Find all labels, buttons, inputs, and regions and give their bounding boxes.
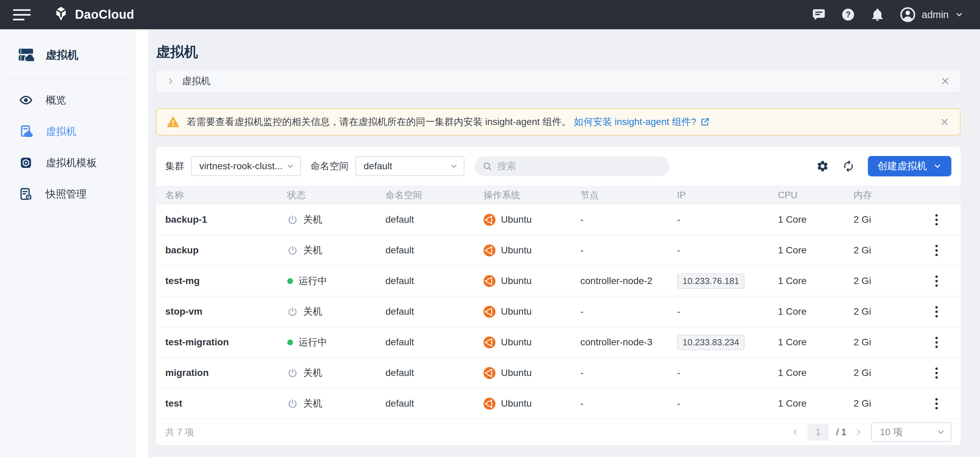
breadcrumb-item[interactable]: 虚拟机 [182, 75, 211, 87]
vm-ip: - [677, 367, 778, 378]
table-row[interactable]: backup 关机 default Ubuntu - - 1 Core [156, 235, 961, 266]
pagination: / 1 10 项 [791, 422, 951, 442]
svg-text:?: ? [846, 10, 851, 19]
sidebar-item-vms[interactable]: 虚拟机 [0, 116, 135, 147]
alert-close-icon[interactable] [939, 117, 950, 127]
content-area: 虚拟机 虚拟机 若需要查看虚拟机监控的相关信息，请在虚拟机所在的同一集群内安装 … [148, 29, 980, 457]
template-badge-icon [19, 156, 33, 170]
table-row[interactable]: stop-vm 关机 default Ubuntu - - 1 Core [156, 297, 961, 327]
external-link-icon[interactable] [700, 117, 710, 127]
chevron-right-icon[interactable] [854, 427, 864, 437]
table-row[interactable]: test 关机 default Ubuntu - - 1 Core [156, 389, 961, 419]
power-icon [287, 368, 298, 378]
ubuntu-icon [484, 306, 495, 318]
status-text: 关机 [303, 397, 322, 410]
vm-name[interactable]: test [165, 398, 287, 409]
sidebar-item-vm-templates[interactable]: 虚拟机模板 [0, 147, 135, 178]
top-navbar: DaoCloud ? admin [0, 0, 980, 29]
power-icon [287, 306, 298, 317]
sidebar: 虚拟机 概览 虚拟机 虚拟机模板 快照管理 [0, 29, 135, 457]
kebab-menu-icon[interactable] [933, 365, 940, 381]
table-header: 名称 状态 命名空间 操作系统 节点 IP CPU 内存 [156, 186, 961, 205]
vm-status: 运行中 [287, 336, 385, 349]
user-menu[interactable]: admin [900, 7, 964, 22]
vm-name[interactable]: test-migration [165, 337, 287, 348]
page-size-select[interactable]: 10 项 [871, 422, 951, 442]
col-node: 节点 [580, 189, 677, 201]
col-memory: 内存 [854, 189, 918, 201]
vm-node: controller-node-2 [580, 276, 677, 286]
help-icon[interactable]: ? [841, 8, 855, 21]
kebab-menu-icon[interactable] [933, 243, 940, 258]
kebab-menu-icon[interactable] [933, 304, 940, 319]
vm-namespace: default [385, 245, 484, 256]
os-name: Ubuntu [501, 245, 531, 256]
chat-icon[interactable] [812, 8, 826, 21]
chevron-right-icon[interactable] [166, 77, 175, 86]
vm-node: controller-node-3 [580, 337, 677, 348]
vm-name[interactable]: backup [165, 245, 287, 256]
gear-icon[interactable] [816, 160, 829, 173]
sidebar-item-label: 快照管理 [46, 187, 87, 201]
os-name: Ubuntu [501, 214, 531, 225]
table-row[interactable]: backup-1 关机 default Ubuntu - - 1 Cor [156, 205, 961, 235]
vm-namespace: default [385, 306, 484, 317]
status-text: 关机 [303, 367, 322, 379]
kebab-menu-icon[interactable] [933, 273, 940, 289]
sidebar-item-overview[interactable]: 概览 [0, 84, 135, 116]
install-guide-link[interactable]: 如何安装 insight-agent 组件? [574, 116, 696, 129]
power-icon [287, 214, 298, 225]
search-input[interactable] [497, 161, 665, 171]
status-text: 关机 [303, 244, 322, 257]
vm-os: Ubuntu [484, 275, 580, 287]
kebab-menu-icon[interactable] [933, 212, 940, 227]
sidebar-module-header[interactable]: 虚拟机 [0, 39, 135, 71]
cluster-select[interactable]: virtnest-rook-clust... [191, 156, 301, 176]
vm-memory: 2 Gi [854, 398, 918, 409]
vm-name[interactable]: backup-1 [165, 214, 287, 225]
namespace-select[interactable]: default [355, 156, 465, 176]
col-status: 状态 [287, 189, 385, 201]
brand-logo[interactable]: DaoCloud [52, 6, 134, 23]
vm-ip: - [677, 398, 778, 409]
total-count: 共 7 项 [165, 426, 194, 438]
vm-table-card: 集群 virtnest-rook-clust... 命名空间 default [156, 147, 961, 445]
sidebar-item-label: 虚拟机模板 [46, 156, 97, 170]
ubuntu-icon [484, 398, 495, 410]
col-namespace: 命名空间 [385, 189, 484, 201]
refresh-icon[interactable] [842, 160, 855, 173]
running-dot-icon [287, 340, 293, 345]
chevron-left-icon[interactable] [791, 427, 800, 437]
vm-ip: - [677, 306, 778, 317]
menu-icon[interactable] [13, 9, 31, 21]
create-vm-button[interactable]: 创建虚拟机 [868, 156, 951, 176]
vm-name[interactable]: test-mg [165, 276, 287, 286]
close-icon[interactable] [940, 76, 950, 86]
vm-name[interactable]: stop-vm [165, 306, 287, 317]
page-title: 虚拟机 [156, 44, 961, 59]
alert-text: 若需要查看虚拟机监控的相关信息，请在虚拟机所在的同一集群内安装 insight-… [187, 116, 571, 129]
vm-memory: 2 Gi [854, 245, 918, 256]
search-box[interactable] [475, 156, 670, 176]
table-row[interactable]: migration 关机 default Ubuntu - - 1 Co [156, 358, 961, 389]
kebab-menu-icon[interactable] [933, 335, 940, 350]
ubuntu-icon [484, 244, 495, 256]
vm-ip: 10.233.83.234 [677, 335, 778, 350]
sidebar-item-snapshots[interactable]: 快照管理 [0, 178, 135, 210]
vm-node: - [580, 398, 677, 409]
username: admin [922, 9, 949, 21]
vm-node: - [580, 367, 677, 378]
os-name: Ubuntu [501, 337, 531, 348]
page-number-input[interactable] [808, 424, 829, 441]
col-cpu: CPU [778, 190, 854, 201]
bell-icon[interactable] [870, 8, 884, 21]
status-text: 关机 [303, 305, 322, 318]
insight-agent-alert: 若需要查看虚拟机监控的相关信息，请在虚拟机所在的同一集群内安装 insight-… [156, 108, 961, 135]
vm-name[interactable]: migration [165, 367, 287, 378]
kebab-menu-icon[interactable] [933, 396, 940, 411]
vm-memory: 2 Gi [854, 367, 918, 378]
vm-ip: - [677, 245, 778, 256]
table-row[interactable]: test-migration 运行中 default Ubuntu contro… [156, 327, 961, 358]
ubuntu-icon [484, 214, 495, 226]
table-row[interactable]: test-mg 运行中 default Ubuntu controller-no… [156, 266, 961, 297]
